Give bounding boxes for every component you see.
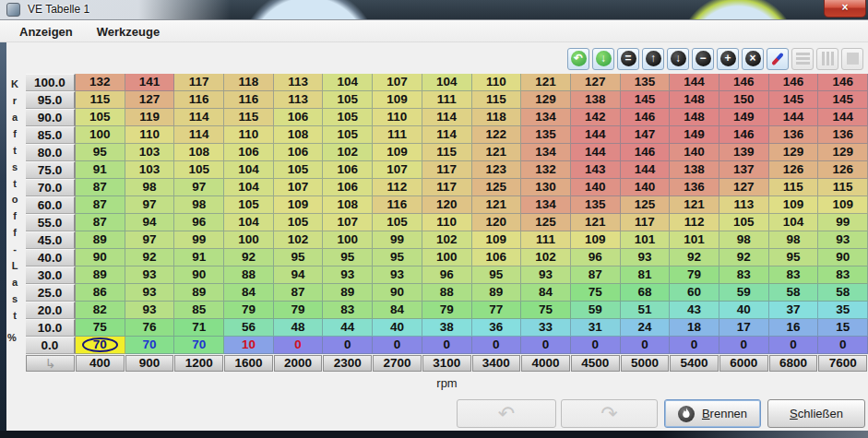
ve-cell[interactable]: 58 [769, 284, 819, 302]
ve-cell[interactable]: 94 [274, 266, 324, 284]
ve-cell[interactable]: 103 [125, 144, 175, 161]
redo-button[interactable]: ↷ [561, 399, 658, 428]
ve-cell[interactable]: 86 [76, 284, 125, 302]
ve-cell[interactable]: 117 [621, 214, 671, 231]
ve-cell[interactable]: 83 [323, 302, 373, 319]
title-bar[interactable]: VE Tabelle 1 × [0, 0, 868, 20]
row-label-30.0[interactable]: 30.0 [26, 266, 76, 284]
ve-cell[interactable]: 31 [571, 319, 621, 337]
ve-cell[interactable]: 106 [323, 179, 373, 196]
ve-cell[interactable]: 90 [174, 266, 224, 284]
ve-cell[interactable]: 0 [274, 337, 324, 354]
ve-cell[interactable]: 84 [224, 284, 274, 302]
ve-cell[interactable]: 58 [818, 284, 868, 302]
ve-cell[interactable]: 105 [76, 109, 125, 126]
column-label-6000[interactable]: 6000 [719, 355, 768, 372]
ve-cell[interactable]: 75 [76, 319, 125, 337]
ve-cell[interactable]: 40 [373, 319, 422, 337]
ve-cell[interactable]: 90 [76, 249, 125, 266]
menu-item-anzeigen[interactable]: Anzeigen [7, 22, 85, 41]
ve-cell[interactable]: 146 [621, 144, 671, 161]
ve-cell[interactable]: 135 [621, 74, 671, 91]
ve-cell[interactable]: 107 [274, 179, 324, 196]
ve-cell[interactable]: 56 [224, 319, 274, 337]
ve-cell[interactable]: 109 [274, 196, 324, 214]
ve-cell[interactable]: 129 [769, 144, 819, 161]
ve-cell[interactable]: 117 [422, 179, 472, 196]
ve-cell[interactable]: 127 [719, 179, 769, 196]
ve-cell[interactable]: 146 [769, 74, 819, 91]
ve-cell[interactable]: 118 [224, 74, 274, 91]
ve-cell[interactable]: 117 [422, 161, 472, 179]
ve-cell[interactable]: 100 [76, 126, 125, 144]
ve-cell[interactable]: 140 [621, 179, 671, 196]
ve-cell[interactable]: 0 [521, 337, 571, 354]
ve-cell[interactable]: 40 [719, 302, 769, 319]
ve-cell[interactable]: 112 [373, 179, 422, 196]
decrement-button[interactable]: − [692, 48, 714, 70]
ve-cell[interactable]: 140 [571, 179, 621, 196]
ve-cell[interactable]: 109 [769, 196, 819, 214]
ve-cell[interactable]: 140 [670, 144, 719, 161]
column-label-5000[interactable]: 5000 [621, 355, 670, 372]
ve-cell[interactable]: 35 [818, 302, 868, 319]
ve-cell[interactable]: 76 [125, 319, 175, 337]
column-label-4000[interactable]: 4000 [521, 355, 570, 372]
ve-cell[interactable]: 83 [719, 266, 769, 284]
ve-cell[interactable]: 89 [174, 284, 224, 302]
burn-button[interactable]: Brennen [664, 399, 761, 428]
ve-cell[interactable]: 87 [76, 179, 125, 196]
ve-cell[interactable]: 121 [472, 196, 522, 214]
ve-cell[interactable]: 108 [323, 196, 373, 214]
ve-cell[interactable]: 145 [621, 91, 671, 109]
ve-cell[interactable]: 104 [224, 179, 274, 196]
ve-cell[interactable]: 110 [472, 74, 522, 91]
column-label-5400[interactable]: 5400 [670, 355, 719, 372]
ve-cell[interactable]: 0 [719, 337, 769, 354]
row-label-95.0[interactable]: 95.0 [26, 91, 76, 109]
ve-cell[interactable]: 105 [224, 196, 274, 214]
set-equal-button[interactable]: = [617, 48, 639, 70]
ve-cell[interactable]: 95 [373, 249, 422, 266]
ve-cell[interactable]: 17 [719, 319, 769, 337]
ve-cell[interactable]: 105 [719, 214, 769, 231]
fill-table-button[interactable] [841, 48, 863, 70]
ve-cell[interactable]: 110 [125, 126, 175, 144]
ve-cell[interactable]: 97 [174, 179, 224, 196]
ve-cell[interactable]: 98 [174, 196, 224, 214]
ve-cell[interactable]: 68 [621, 284, 671, 302]
row-label-40.0[interactable]: 40.0 [26, 249, 76, 266]
row-label-20.0[interactable]: 20.0 [26, 302, 76, 319]
column-label-900[interactable]: 900 [125, 355, 174, 372]
ve-cell[interactable]: 100 [224, 231, 274, 249]
column-label-2000[interactable]: 2000 [274, 355, 323, 372]
ve-cell[interactable]: 92 [125, 249, 175, 266]
ve-cell[interactable]: 115 [224, 109, 274, 126]
ve-cell[interactable]: 87 [76, 214, 125, 231]
ve-cell[interactable]: 125 [472, 179, 522, 196]
ve-cell[interactable]: 136 [818, 126, 868, 144]
ve-cell[interactable]: 150 [719, 91, 769, 109]
column-label-2700[interactable]: 2700 [373, 355, 422, 372]
ve-cell[interactable]: 143 [571, 161, 621, 179]
ve-cell[interactable]: 121 [472, 144, 522, 161]
ve-cell[interactable]: 105 [373, 214, 422, 231]
row-label-100.0[interactable]: 100.0 [26, 74, 76, 91]
ve-cell[interactable]: 115 [76, 91, 125, 109]
ve-cell[interactable]: 101 [621, 231, 671, 249]
ve-cell[interactable]: 115 [769, 179, 819, 196]
ve-cell[interactable]: 81 [621, 266, 671, 284]
row-label-75.0[interactable]: 75.0 [26, 161, 76, 179]
ve-cell[interactable]: 110 [224, 126, 274, 144]
ve-cell[interactable]: 125 [621, 196, 671, 214]
ve-cell[interactable]: 104 [224, 214, 274, 231]
ve-cell[interactable]: 70 [76, 337, 125, 354]
ve-cell[interactable]: 149 [670, 126, 719, 144]
ve-cell[interactable]: 89 [323, 284, 373, 302]
ve-cell[interactable]: 113 [274, 91, 324, 109]
ve-cell[interactable]: 90 [373, 284, 422, 302]
ve-cell[interactable]: 127 [571, 74, 621, 91]
ve-cell[interactable]: 104 [422, 74, 472, 91]
ve-cell[interactable]: 121 [670, 196, 719, 214]
increment-button[interactable]: + [717, 48, 739, 70]
